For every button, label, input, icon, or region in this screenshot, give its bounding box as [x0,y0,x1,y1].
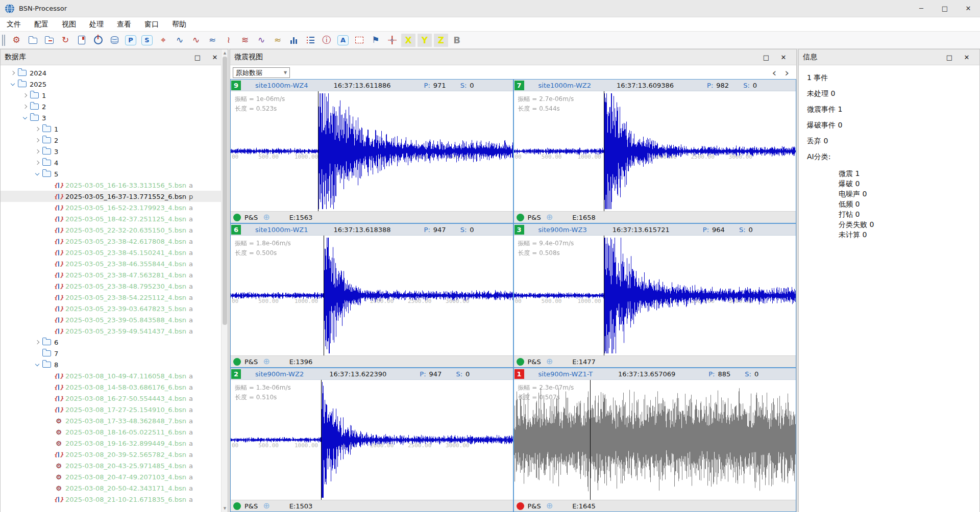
maximize-button[interactable]: □ [933,0,957,17]
zoom-in-icon[interactable]: ⊕ [546,357,553,366]
s-pick-button[interactable]: S [140,34,154,47]
menu-item-6[interactable]: 窗口 [138,17,165,31]
station-name-link[interactable]: site1000m-WZ2 [538,82,591,89]
tree-file-row[interactable]: {}2025-03-08_14-58-03.686176_6.bsna [1,381,228,393]
tree-folder-row[interactable]: 2 [1,135,228,146]
refresh-icon[interactable]: ↻ [59,34,72,47]
trace-plot-area[interactable]: 振幅 = 2.7e-06m/s长度 = 0.544s00500.001000.0… [514,91,796,211]
event-list-icon[interactable] [304,34,317,47]
wave-pick-icon[interactable]: ∿ [173,34,186,47]
p-pick-marker-line[interactable] [318,91,318,211]
station-name-link[interactable]: site900m-WZ2 [255,370,304,378]
locate-icon[interactable]: ⌖ [157,34,170,47]
chevron-right-icon[interactable] [32,127,42,131]
tree-folder-row[interactable]: 2024 [1,67,228,79]
menu-item-4[interactable]: 处理 [83,17,110,31]
tree-file-row[interactable]: {}2025-03-05_23-38-45.150241_4.bsna [1,247,228,258]
data-type-dropdown[interactable]: 原始数据 ▼ [233,67,290,78]
tree-scrollbar[interactable]: ▲ ▼ [221,49,228,512]
tree-folder-row[interactable]: 3 [1,112,228,123]
database-float-button[interactable]: □ [189,54,206,61]
info-icon[interactable]: ⓘ [320,34,333,47]
station-name-link[interactable]: site1000m-WZ1 [255,226,308,234]
p-pick-marker-line[interactable] [604,236,604,355]
tree-file-row[interactable]: {}2025-03-05_23-38-47.563281_4.bsna [1,269,228,280]
tree-folder-row[interactable]: 5 [1,168,228,180]
tree-file-row[interactable]: {}2025-03-08_16-27-50.554443_4.bsna [1,393,228,404]
tree-file-row[interactable]: {}2025-03-05_23-39-05.843588_4.bsna [1,314,228,325]
scroll-down-arrow-icon[interactable]: ▼ [222,505,228,512]
wave-cut-icon[interactable]: ≀ [222,34,235,47]
p-pick-marker-line[interactable] [604,91,604,211]
tree-file-row[interactable]: {}2025-03-05_23-39-03.647823_5.bsna [1,303,228,314]
tree-file-row[interactable]: {}2025-03-08_20-39-52.565782_4.bsna [1,449,228,460]
ps-toggle-label[interactable]: P&S [244,214,258,221]
menu-item-1[interactable]: 文件 [0,17,28,31]
ps-toggle-label[interactable]: P&S [528,358,541,366]
station-name-link[interactable]: site1000m-WZ4 [255,82,308,89]
station-name-link[interactable]: site900m-WZ1-T [538,370,593,378]
tree-file-row[interactable]: {}2025-03-05_23-38-42.617808_4.bsna [1,236,228,247]
wave-smooth-icon[interactable]: ≈ [206,34,219,47]
tree-file-row[interactable]: {}2025-03-08_17-27-25.154910_6.bsna [1,404,228,415]
tree-file-row[interactable]: {}2025-03-05_23-38-48.795230_4.bsna [1,280,228,292]
flag-report-icon[interactable]: ⚑ [369,34,382,47]
settings-icon[interactable]: ⚙ [10,34,23,47]
trace-plot-area[interactable]: 振幅 = 1.8e-06m/s长度 = 0.500s00500.001000.0… [231,236,513,355]
region-select-icon[interactable] [353,34,366,47]
tree-file-row[interactable]: {}2025-03-05_23-38-54.225112_4.bsna [1,292,228,303]
tree-file-row[interactable]: ⚙2025-03-08_18-16-05.022511_6.bsna [1,426,228,438]
chevron-down-icon[interactable] [32,173,42,175]
tree-file-row[interactable]: {}2025-03-05_22-32-20.635150_5.bsna [1,224,228,236]
waveform-close-button[interactable]: ✕ [775,54,792,61]
tree-file-row[interactable]: {}2025-03-05_23-38-46.355844_4.bsna [1,258,228,269]
chevron-down-icon[interactable] [32,364,42,366]
chevron-down-icon[interactable] [8,83,18,85]
ps-toggle-label[interactable]: P&S [528,502,541,510]
tree-file-row[interactable]: {}2025-03-05_18-42-37.251125_4.bsna [1,213,228,224]
waveform-float-button[interactable]: □ [757,54,775,61]
filter-icon[interactable]: ≈ [271,34,284,47]
p-pick-marker-line[interactable] [590,380,591,500]
tree-folder-row[interactable]: 2025 [1,79,228,90]
minimize-button[interactable]: ─ [910,0,933,17]
menu-item-3[interactable]: 视图 [55,17,83,31]
scroll-up-arrow-icon[interactable]: ▲ [222,49,228,57]
tree-file-row[interactable]: {}2025-03-05_16-52-23.179923_4.bsna [1,202,228,213]
ps-toggle-label[interactable]: P&S [244,502,258,510]
zoom-in-icon[interactable]: ⊕ [546,213,553,221]
tree-folder-row[interactable]: 2 [1,101,228,112]
zoom-in-icon[interactable]: ⊕ [263,502,270,510]
trace-plot-area[interactable]: 振幅 = 9.4e-07m/s长度 = 0.508s00500.001000.0… [514,236,796,355]
p-pick-button[interactable]: P [124,34,137,47]
power-icon[interactable] [91,34,105,47]
histogram-icon[interactable] [287,34,301,47]
chevron-right-icon[interactable] [32,161,42,164]
tree-file-row[interactable]: ⚙2025-03-08_20-43-25.971485_4.bsna [1,460,228,471]
menu-item-2[interactable]: 配置 [28,17,55,31]
axis-toggle-y[interactable]: Y [418,34,432,47]
chevron-right-icon[interactable] [32,150,42,153]
zoom-in-icon[interactable]: ⊕ [263,357,270,366]
chevron-right-icon[interactable] [20,105,30,108]
ps-toggle-label[interactable]: P&S [244,358,258,366]
tree-file-row[interactable]: ⚙2025-03-08_20-47-49.207103_4.bsna [1,471,228,482]
p-pick-marker-line[interactable] [324,236,324,355]
database-icon[interactable] [108,34,121,47]
station-name-link[interactable]: site900m-WZ3 [538,226,587,234]
annotate-text-button[interactable]: A [336,34,350,47]
axis-toggle-z[interactable]: Z [434,34,448,47]
crosshair-icon[interactable] [385,34,399,47]
zoom-in-icon[interactable]: ⊕ [263,213,270,221]
tree-folder-row[interactable]: 3 [1,146,228,157]
axis-toggle-x[interactable]: X [401,34,415,47]
close-button[interactable]: ✕ [957,0,980,17]
ps-toggle-label[interactable]: P&S [528,214,541,221]
trace-plot-area[interactable]: 振幅 = 2.3e-07m/s长度 = 0.507s00500.001000.0… [514,380,796,500]
tree-file-row[interactable]: {}2025-03-05_16-16-33.313156_5.bsna [1,180,228,191]
chevron-right-icon[interactable] [32,139,42,142]
spectrum-icon[interactable]: ∿ [255,34,268,47]
tree-file-row[interactable]: {}2025-03-05_23-59-49.541437_4.bsna [1,325,228,337]
menu-item-7[interactable]: 帮助 [165,17,193,31]
tree-file-row[interactable]: ⚙2025-03-08_19-16-32.899449_4.bsna [1,438,228,449]
